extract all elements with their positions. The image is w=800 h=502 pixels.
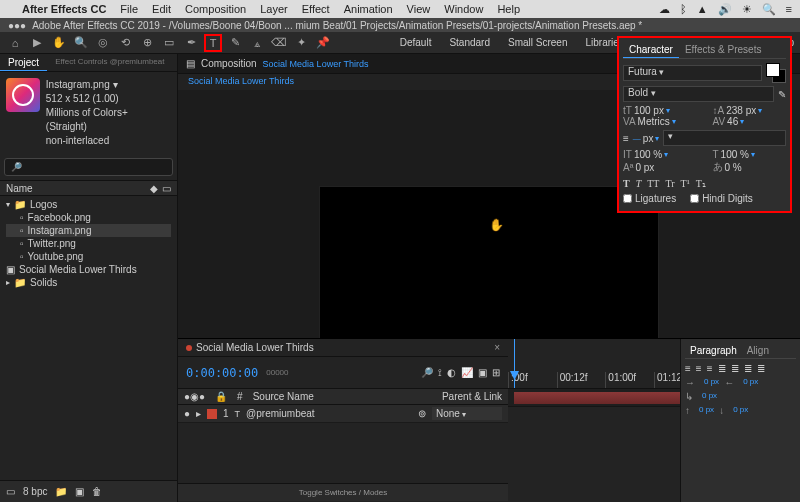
file-youtube[interactable]: ▫ Youtube.png bbox=[6, 250, 171, 263]
hscale-value[interactable]: 100 % bbox=[721, 149, 749, 160]
menu-layer[interactable]: Layer bbox=[260, 3, 288, 15]
layer-name[interactable]: @premiumbeat bbox=[246, 408, 412, 419]
tab-effects-presets[interactable]: Effects & Presets bbox=[679, 42, 768, 58]
align-center-icon[interactable]: ≡ bbox=[696, 363, 702, 374]
font-size-value[interactable]: 100 px bbox=[634, 105, 664, 116]
tab-effect-controls[interactable]: Effect Controls @premiumbeat bbox=[47, 54, 172, 71]
timeline-close-icon[interactable]: × bbox=[494, 342, 500, 353]
col-source-name[interactable]: Source Name bbox=[253, 391, 314, 402]
tsume-value[interactable]: 0 % bbox=[725, 162, 742, 173]
shape-tool-icon[interactable]: ▭ bbox=[160, 34, 178, 52]
asset-thumbnail[interactable] bbox=[6, 78, 40, 112]
tab-align[interactable]: Align bbox=[742, 343, 774, 358]
ligatures-checkbox[interactable]: Ligatures bbox=[623, 193, 676, 204]
shy-icon[interactable]: ⟟ bbox=[438, 367, 442, 379]
align-right-icon[interactable]: ≡ bbox=[707, 363, 713, 374]
workspace-standard[interactable]: Standard bbox=[449, 37, 490, 48]
zoom-tool-icon[interactable]: 🔍 bbox=[72, 34, 90, 52]
font-style-dropdown[interactable]: Bold ▾ bbox=[623, 86, 774, 102]
menu-help[interactable]: Help bbox=[497, 3, 520, 15]
composition-name-link[interactable]: Social Media Lower Thirds bbox=[263, 59, 369, 69]
column-name[interactable]: Name bbox=[6, 183, 33, 194]
current-timecode[interactable]: 0:00:00:00 bbox=[186, 366, 258, 380]
col-parent-link[interactable]: Parent & Link bbox=[442, 391, 502, 402]
menu-icon[interactable]: ≡ bbox=[786, 3, 792, 16]
stroke-style-dropdown[interactable]: ▾ bbox=[663, 130, 786, 146]
app-name[interactable]: After Effects CC bbox=[22, 3, 106, 15]
font-family-dropdown[interactable]: Futura ▾ bbox=[623, 65, 762, 81]
justify-c-icon[interactable]: ≣ bbox=[731, 363, 739, 374]
type-column-icon[interactable]: ▭ bbox=[162, 183, 171, 194]
superscript-button[interactable]: T¹ bbox=[681, 178, 690, 189]
draft3d-icon[interactable]: ▣ bbox=[478, 367, 487, 379]
graph-icon[interactable]: 📈 bbox=[461, 367, 473, 379]
tab-paragraph[interactable]: Paragraph bbox=[685, 343, 742, 358]
tab-project[interactable]: Project bbox=[0, 54, 47, 71]
parent-link-dropdown[interactable]: None ▾ bbox=[432, 407, 502, 420]
puppet-tool-icon[interactable]: 📌 bbox=[314, 34, 332, 52]
bit-depth[interactable]: 8 bpc bbox=[23, 486, 47, 497]
brush-tool-icon[interactable]: ✎ bbox=[226, 34, 244, 52]
menu-composition[interactable]: Composition bbox=[185, 3, 246, 15]
folder-solids[interactable]: 📁 Solids bbox=[6, 276, 171, 289]
menu-effect[interactable]: Effect bbox=[302, 3, 330, 15]
vscale-value[interactable]: 100 % bbox=[634, 149, 662, 160]
motionblur-icon[interactable]: ◐ bbox=[447, 367, 456, 379]
type-tool-icon[interactable]: T bbox=[204, 34, 222, 52]
search-system-icon[interactable]: 🔍 bbox=[762, 3, 776, 16]
selection-tool-icon[interactable]: ▶ bbox=[28, 34, 46, 52]
clone-tool-icon[interactable]: ⟁ bbox=[248, 34, 266, 52]
leading-value[interactable]: 238 px bbox=[726, 105, 756, 116]
smallcaps-button[interactable]: Tr bbox=[665, 178, 674, 189]
menu-edit[interactable]: Edit bbox=[152, 3, 171, 15]
faux-bold-button[interactable]: T bbox=[623, 178, 630, 189]
rotate-tool-icon[interactable]: ⟲ bbox=[116, 34, 134, 52]
menu-view[interactable]: View bbox=[407, 3, 431, 15]
menu-animation[interactable]: Animation bbox=[344, 3, 393, 15]
new-folder-icon[interactable]: 📁 bbox=[55, 486, 67, 497]
subscript-button[interactable]: T₁ bbox=[696, 178, 706, 189]
search-layer-icon[interactable]: 🔎 bbox=[421, 367, 433, 379]
interpret-icon[interactable]: ▭ bbox=[6, 486, 15, 497]
tab-character[interactable]: Character bbox=[623, 42, 679, 58]
anchor-tool-icon[interactable]: ⊕ bbox=[138, 34, 156, 52]
folder-logos[interactable]: 📁 Logos bbox=[6, 198, 171, 211]
pen-tool-icon[interactable]: ✒ bbox=[182, 34, 200, 52]
hindi-digits-checkbox[interactable]: Hindi Digits bbox=[690, 193, 753, 204]
toggle-switches-button[interactable]: Toggle Switches / Modes bbox=[178, 483, 508, 501]
roto-tool-icon[interactable]: ✦ bbox=[292, 34, 310, 52]
workspace-default[interactable]: Default bbox=[400, 37, 432, 48]
layer-row-1[interactable]: ● ▸ 1 T @premiumbeat ⊚ None ▾ bbox=[178, 405, 508, 423]
file-twitter[interactable]: ▫ Twitter.png bbox=[6, 237, 171, 250]
new-comp-icon[interactable]: ▣ bbox=[75, 486, 84, 497]
faux-italic-button[interactable]: T bbox=[636, 178, 642, 189]
kerning-value[interactable]: Metrics bbox=[638, 116, 670, 127]
trash-icon[interactable]: 🗑 bbox=[92, 486, 102, 497]
tracking-value[interactable]: 46 bbox=[727, 116, 738, 127]
composition-label: Composition bbox=[201, 58, 257, 69]
project-search-input[interactable]: 🔎 bbox=[4, 158, 173, 176]
timeline-tab[interactable]: Social Media Lower Thirds bbox=[196, 342, 314, 353]
justify-all-icon[interactable]: ≣ bbox=[757, 363, 765, 374]
color-swatch[interactable] bbox=[766, 63, 786, 83]
file-facebook[interactable]: ▫ Facebook.png bbox=[6, 211, 171, 224]
eyedropper-icon[interactable]: ✎ bbox=[778, 89, 786, 100]
eraser-tool-icon[interactable]: ⌫ bbox=[270, 34, 288, 52]
comp-item[interactable]: ▣ Social Media Lower Thirds bbox=[6, 263, 171, 276]
label-column-icon[interactable]: ◆ bbox=[150, 183, 158, 194]
menu-file[interactable]: File bbox=[120, 3, 138, 15]
home-icon[interactable]: ⌂ bbox=[6, 34, 24, 52]
playhead[interactable] bbox=[514, 339, 515, 388]
align-left-icon[interactable]: ≡ bbox=[685, 363, 691, 374]
frame-blend-icon[interactable]: ⊞ bbox=[492, 367, 500, 379]
indent-left[interactable]: 0 px bbox=[704, 377, 719, 388]
menu-window[interactable]: Window bbox=[444, 3, 483, 15]
justify-r-icon[interactable]: ≣ bbox=[744, 363, 752, 374]
hand-tool-icon[interactable]: ✋ bbox=[50, 34, 68, 52]
orbit-tool-icon[interactable]: ◎ bbox=[94, 34, 112, 52]
allcaps-button[interactable]: TT bbox=[647, 178, 659, 189]
justify-l-icon[interactable]: ≣ bbox=[718, 363, 726, 374]
baseline-value[interactable]: 0 px bbox=[635, 162, 654, 173]
workspace-small[interactable]: Small Screen bbox=[508, 37, 567, 48]
file-instagram[interactable]: ▫ Instagram.png bbox=[6, 224, 171, 237]
